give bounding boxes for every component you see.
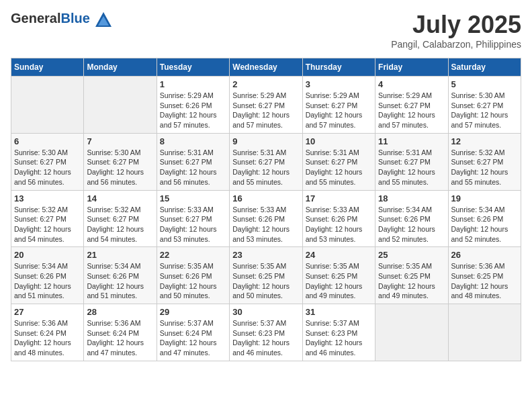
day-info: Sunrise: 5:31 AMSunset: 6:27 PMDaylight:… <box>160 148 226 187</box>
day-info: Sunrise: 5:31 AMSunset: 6:27 PMDaylight:… <box>306 148 372 187</box>
day-number: 27 <box>14 307 81 317</box>
col-sunday: Sunday <box>11 58 84 77</box>
day-number: 6 <box>14 136 81 146</box>
logo-text: GeneralBlue <box>11 11 113 30</box>
table-row: 30Sunrise: 5:37 AMSunset: 6:23 PMDayligh… <box>230 304 302 361</box>
day-info: Sunrise: 5:33 AMSunset: 6:26 PMDaylight:… <box>306 205 372 244</box>
day-info: Sunrise: 5:35 AMSunset: 6:25 PMDaylight:… <box>378 261 445 301</box>
table-row: 24Sunrise: 5:35 AMSunset: 6:25 PMDayligh… <box>302 247 375 304</box>
day-number: 29 <box>160 307 226 317</box>
day-number: 5 <box>451 79 518 89</box>
table-row <box>448 304 521 361</box>
day-info: Sunrise: 5:30 AMSunset: 6:27 PMDaylight:… <box>14 148 81 187</box>
day-info: Sunrise: 5:34 AMSunset: 6:26 PMDaylight:… <box>451 205 518 244</box>
day-number: 28 <box>87 307 153 317</box>
day-info: Sunrise: 5:30 AMSunset: 6:27 PMDaylight:… <box>87 148 153 187</box>
location-title: Pangil, Calabarzon, Philippines <box>391 39 521 50</box>
table-row: 4Sunrise: 5:29 AMSunset: 6:27 PMDaylight… <box>375 77 448 134</box>
day-info: Sunrise: 5:34 AMSunset: 6:26 PMDaylight:… <box>378 205 445 244</box>
col-monday: Monday <box>84 58 157 77</box>
logo-icon <box>94 11 113 30</box>
table-row: 3Sunrise: 5:29 AMSunset: 6:27 PMDaylight… <box>302 77 375 134</box>
calendar-table: Sunday Monday Tuesday Wednesday Thursday… <box>11 58 521 361</box>
day-number: 17 <box>306 193 372 203</box>
day-info: Sunrise: 5:32 AMSunset: 6:27 PMDaylight:… <box>14 205 81 244</box>
calendar-header-row: Sunday Monday Tuesday Wednesday Thursday… <box>11 58 521 77</box>
day-info: Sunrise: 5:32 AMSunset: 6:27 PMDaylight:… <box>451 148 518 187</box>
table-row <box>11 77 84 134</box>
day-number: 31 <box>306 307 372 317</box>
col-wednesday: Wednesday <box>230 58 302 77</box>
col-friday: Friday <box>375 58 448 77</box>
table-row: 9Sunrise: 5:31 AMSunset: 6:27 PMDaylight… <box>230 133 302 190</box>
day-number: 9 <box>232 136 299 146</box>
day-info: Sunrise: 5:33 AMSunset: 6:27 PMDaylight:… <box>160 205 226 244</box>
month-title: July 2025 <box>391 11 521 39</box>
logo-blue: Blue <box>60 11 89 26</box>
day-number: 2 <box>232 79 299 89</box>
logo: GeneralBlue <box>11 11 113 30</box>
day-info: Sunrise: 5:36 AMSunset: 6:24 PMDaylight:… <box>14 318 81 358</box>
table-row: 12Sunrise: 5:32 AMSunset: 6:27 PMDayligh… <box>448 133 521 190</box>
table-row: 6Sunrise: 5:30 AMSunset: 6:27 PMDaylight… <box>11 133 84 190</box>
day-info: Sunrise: 5:37 AMSunset: 6:23 PMDaylight:… <box>306 318 372 358</box>
day-number: 25 <box>378 250 445 260</box>
day-number: 23 <box>232 250 299 260</box>
table-row: 10Sunrise: 5:31 AMSunset: 6:27 PMDayligh… <box>302 133 375 190</box>
table-row: 29Sunrise: 5:37 AMSunset: 6:24 PMDayligh… <box>157 304 229 361</box>
day-number: 1 <box>160 79 226 89</box>
table-row <box>375 304 448 361</box>
day-number: 21 <box>87 250 153 260</box>
day-info: Sunrise: 5:29 AMSunset: 6:27 PMDaylight:… <box>378 91 445 130</box>
day-info: Sunrise: 5:32 AMSunset: 6:27 PMDaylight:… <box>87 205 153 244</box>
day-number: 10 <box>306 136 372 146</box>
calendar-week-row: 13Sunrise: 5:32 AMSunset: 6:27 PMDayligh… <box>11 190 521 247</box>
logo-general: General <box>11 11 60 26</box>
table-row: 20Sunrise: 5:34 AMSunset: 6:26 PMDayligh… <box>11 247 84 304</box>
table-row: 16Sunrise: 5:33 AMSunset: 6:26 PMDayligh… <box>230 190 302 247</box>
day-info: Sunrise: 5:37 AMSunset: 6:24 PMDaylight:… <box>160 318 226 358</box>
day-number: 19 <box>451 193 518 203</box>
col-tuesday: Tuesday <box>157 58 229 77</box>
table-row: 14Sunrise: 5:32 AMSunset: 6:27 PMDayligh… <box>84 190 157 247</box>
table-row: 23Sunrise: 5:35 AMSunset: 6:25 PMDayligh… <box>230 247 302 304</box>
day-info: Sunrise: 5:29 AMSunset: 6:27 PMDaylight:… <box>232 91 299 130</box>
day-number: 18 <box>378 193 445 203</box>
table-row: 21Sunrise: 5:34 AMSunset: 6:26 PMDayligh… <box>84 247 157 304</box>
day-info: Sunrise: 5:35 AMSunset: 6:25 PMDaylight:… <box>232 261 299 301</box>
day-number: 26 <box>451 250 518 260</box>
table-row: 2Sunrise: 5:29 AMSunset: 6:27 PMDaylight… <box>230 77 302 134</box>
day-number: 30 <box>232 307 299 317</box>
day-info: Sunrise: 5:36 AMSunset: 6:24 PMDaylight:… <box>87 318 153 358</box>
day-number: 8 <box>160 136 226 146</box>
day-info: Sunrise: 5:29 AMSunset: 6:27 PMDaylight:… <box>306 91 372 130</box>
calendar-week-row: 20Sunrise: 5:34 AMSunset: 6:26 PMDayligh… <box>11 247 521 304</box>
day-number: 20 <box>14 250 81 260</box>
day-info: Sunrise: 5:35 AMSunset: 6:26 PMDaylight:… <box>160 261 226 301</box>
table-row: 11Sunrise: 5:31 AMSunset: 6:27 PMDayligh… <box>375 133 448 190</box>
table-row: 8Sunrise: 5:31 AMSunset: 6:27 PMDaylight… <box>157 133 229 190</box>
calendar-week-row: 1Sunrise: 5:29 AMSunset: 6:26 PMDaylight… <box>11 77 521 134</box>
day-info: Sunrise: 5:33 AMSunset: 6:26 PMDaylight:… <box>232 205 299 244</box>
table-row: 27Sunrise: 5:36 AMSunset: 6:24 PMDayligh… <box>11 304 84 361</box>
table-row: 28Sunrise: 5:36 AMSunset: 6:24 PMDayligh… <box>84 304 157 361</box>
day-number: 4 <box>378 79 445 89</box>
day-number: 7 <box>87 136 153 146</box>
col-saturday: Saturday <box>448 58 521 77</box>
table-row: 7Sunrise: 5:30 AMSunset: 6:27 PMDaylight… <box>84 133 157 190</box>
title-block: July 2025 Pangil, Calabarzon, Philippine… <box>391 11 521 50</box>
day-number: 14 <box>87 193 153 203</box>
day-info: Sunrise: 5:35 AMSunset: 6:25 PMDaylight:… <box>306 261 372 301</box>
table-row: 18Sunrise: 5:34 AMSunset: 6:26 PMDayligh… <box>375 190 448 247</box>
table-row: 5Sunrise: 5:30 AMSunset: 6:27 PMDaylight… <box>448 77 521 134</box>
calendar-week-row: 27Sunrise: 5:36 AMSunset: 6:24 PMDayligh… <box>11 304 521 361</box>
day-info: Sunrise: 5:34 AMSunset: 6:26 PMDaylight:… <box>14 261 81 301</box>
table-row: 26Sunrise: 5:36 AMSunset: 6:25 PMDayligh… <box>448 247 521 304</box>
table-row: 19Sunrise: 5:34 AMSunset: 6:26 PMDayligh… <box>448 190 521 247</box>
day-info: Sunrise: 5:31 AMSunset: 6:27 PMDaylight:… <box>378 148 445 187</box>
table-row <box>84 77 157 134</box>
table-row: 15Sunrise: 5:33 AMSunset: 6:27 PMDayligh… <box>157 190 229 247</box>
day-number: 22 <box>160 250 226 260</box>
day-number: 15 <box>160 193 226 203</box>
day-number: 13 <box>14 193 81 203</box>
